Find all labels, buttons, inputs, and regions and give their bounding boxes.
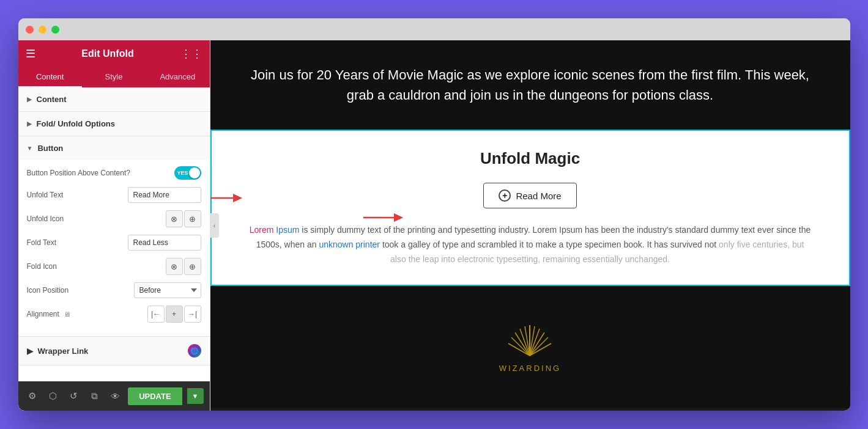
alignment-buttons: |← + →| [147, 306, 201, 323]
plus-circle-icon: + [499, 189, 511, 202]
align-left-btn[interactable]: |← [147, 306, 165, 323]
icon-position-label: Icon Position [27, 286, 129, 295]
lorem-text-plain-2: took a galley of type and scrambled it t… [380, 240, 719, 249]
read-more-section: + Read More [248, 183, 812, 208]
section-button-label: Button [37, 144, 63, 153]
duplicate-icon[interactable]: ⧉ [86, 387, 102, 405]
button-position-row: Button Position Above Content? YES [27, 166, 201, 180]
accordion-header-button[interactable]: ▼ Button [18, 136, 210, 160]
section-fold-label: Fold/ Unfold Options [37, 119, 116, 128]
section-wrapper-link: ▶ Wrapper Link 🌐 [18, 337, 210, 365]
unfold-icon-remove[interactable]: ⊗ [166, 210, 183, 227]
chevron-right-icon-2: ▶ [27, 120, 32, 127]
tab-content[interactable]: Content [18, 67, 82, 87]
lorem-link-1: Ipsum [276, 225, 299, 235]
white-content-area: Unfold Magic + Read More [210, 130, 850, 286]
wizarding-logo: WIZARDING [499, 322, 561, 373]
grid-icon[interactable]: ⋮⋮ [180, 47, 202, 61]
wrapper-link-label: Wrapper Link [38, 346, 89, 356]
undo-icon[interactable]: ↺ [65, 387, 81, 405]
align-center-btn[interactable]: + [166, 306, 183, 323]
unfold-icon-label: Unfold Icon [27, 215, 161, 223]
fold-icon-label: Fold Icon [27, 262, 161, 271]
layers-icon[interactable]: ⬡ [45, 387, 61, 405]
wand-rays-svg [505, 322, 554, 359]
alignment-row: Alignment 🖥 |← + →| [27, 306, 201, 323]
arrow-annotation [210, 189, 242, 207]
hamburger-icon[interactable]: ☰ [26, 47, 35, 61]
collapse-handle[interactable]: ‹ [210, 213, 219, 238]
sidebar-tabs: Content Style Advanced [18, 67, 210, 87]
chevron-right-icon-3: ▶ [27, 346, 33, 356]
fold-icon-buttons: ⊗ ⊕ [166, 258, 201, 275]
unfold-text-input[interactable] [128, 187, 201, 203]
update-dropdown-button[interactable]: ▼ [187, 388, 204, 404]
update-button[interactable]: UPDATE [128, 387, 182, 405]
unfold-text-row: Unfold Text [27, 187, 201, 203]
wrapper-link-icon: 🌐 [188, 344, 201, 358]
sidebar-header: ☰ Edit Unfold ⋮⋮ [18, 40, 210, 67]
chevron-down-icon: ▼ [27, 145, 33, 152]
svg-marker-1 [233, 194, 242, 202]
section-button: ▼ Button Button Position Above Content? … [18, 136, 210, 337]
wizarding-text: WIZARDING [499, 364, 561, 373]
main-content: ‹ Join us for 20 Years of Movie Magic as… [210, 40, 850, 411]
alignment-label: Alignment 🖥 [27, 310, 143, 318]
icon-position-row: Icon Position Before After [27, 282, 201, 298]
dark-banner: Join us for 20 Years of Movie Magic as w… [210, 40, 850, 130]
chevron-right-icon: ▶ [27, 96, 32, 103]
fold-icon-row: Fold Icon ⊗ ⊕ [27, 258, 201, 275]
lorem-text: Lorem Ipsum is simply dummy text of the … [248, 223, 812, 266]
close-button[interactable] [26, 26, 34, 34]
accordion-header-content[interactable]: ▶ Content [18, 87, 210, 111]
button-section-body: Button Position Above Content? YES Unfol… [18, 160, 210, 336]
bottom-toolbar: ⚙ ⬡ ↺ ⧉ 👁 UPDATE ▼ [18, 381, 210, 411]
toggle-switch[interactable]: YES [174, 166, 201, 180]
fold-text-label: Fold Text [27, 238, 123, 247]
unfold-icon-row: Unfold Icon ⊗ ⊕ [27, 210, 201, 227]
tab-advanced[interactable]: Advanced [146, 67, 209, 87]
lorem-link-2: unknown printer [319, 240, 380, 249]
sidebar-title: Edit Unfold [81, 48, 133, 59]
section-fold-unfold: ▶ Fold/ Unfold Options [18, 112, 210, 136]
read-more-button[interactable]: + Read More [483, 183, 576, 208]
wrapper-link-row[interactable]: ▶ Wrapper Link 🌐 [18, 337, 210, 365]
icon-position-select[interactable]: Before After [134, 282, 201, 298]
fold-text-row: Fold Text [27, 235, 201, 251]
fold-text-input[interactable] [128, 235, 201, 251]
maximize-button[interactable] [51, 26, 59, 34]
toggle-wrapper: YES [174, 166, 201, 180]
toggle-knob [189, 167, 200, 178]
tab-style[interactable]: Style [82, 67, 146, 87]
unfold-icon-add[interactable]: ⊕ [184, 210, 201, 227]
dark-footer: WIZARDING [210, 286, 850, 408]
wrapper-link-left: ▶ Wrapper Link [27, 346, 89, 356]
read-more-container: + Read More [248, 183, 812, 208]
preview-icon[interactable]: 👁 [107, 387, 123, 405]
settings-icon[interactable]: ⚙ [24, 387, 40, 405]
fold-icon-add[interactable]: ⊕ [184, 258, 201, 275]
unfold-icon-buttons: ⊗ ⊕ [166, 210, 201, 227]
content-title: Unfold Magic [248, 149, 812, 168]
toggle-yes-label: YES [177, 170, 188, 176]
section-content: ▶ Content [18, 87, 210, 112]
sidebar-content: ▶ Content ▶ Fold/ Unfold Options ▼ Butto [18, 87, 210, 381]
accordion-header-fold[interactable]: ▶ Fold/ Unfold Options [18, 112, 210, 136]
banner-text: Join us for 20 Years of Movie Magic as w… [247, 65, 814, 105]
minimize-button[interactable] [39, 26, 46, 34]
button-position-label: Button Position Above Content? [27, 169, 169, 177]
sidebar: ☰ Edit Unfold ⋮⋮ Content Style Advanced … [18, 40, 210, 411]
lorem-highlight-1: Lorem [250, 225, 276, 235]
section-content-label: Content [37, 95, 67, 104]
red-arrow-svg [210, 189, 242, 207]
browser-titlebar [18, 18, 850, 40]
align-right-btn[interactable]: →| [184, 306, 201, 323]
read-more-label: Read More [516, 191, 561, 201]
fold-icon-remove[interactable]: ⊗ [166, 258, 183, 275]
unfold-text-label: Unfold Text [27, 191, 123, 199]
